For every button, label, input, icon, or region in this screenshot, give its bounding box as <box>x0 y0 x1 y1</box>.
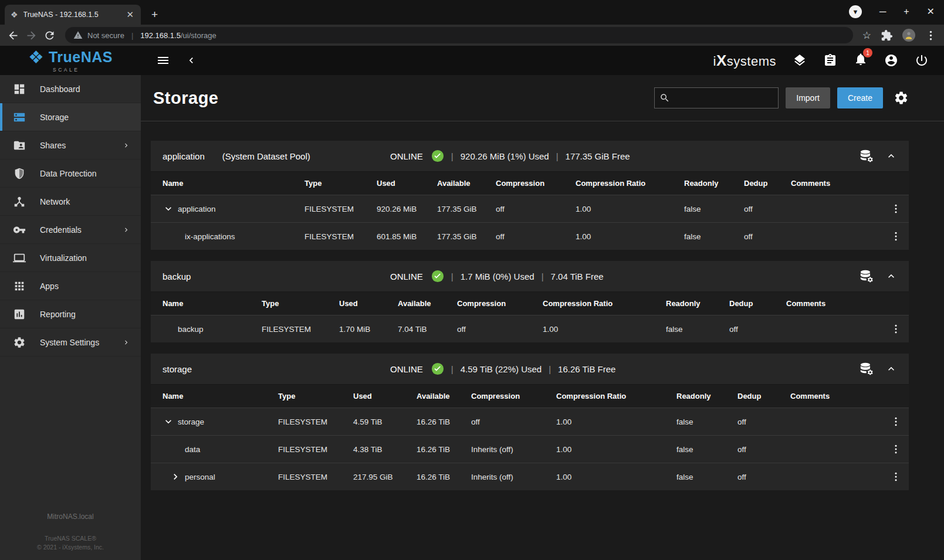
column-header-comments[interactable]: Comments <box>790 392 883 401</box>
sidebar-item-dashboard[interactable]: Dashboard <box>0 75 141 103</box>
cell-used: 920.26 MiB <box>377 205 437 213</box>
expand-chevron-down-icon[interactable] <box>163 203 174 215</box>
collapse-chevron-up-icon[interactable] <box>885 150 897 162</box>
expand-chevron-right-icon[interactable] <box>170 471 181 483</box>
column-header-comments[interactable]: Comments <box>791 179 883 188</box>
truenas-logo[interactable]: ❖ TrueNAS SCALE <box>0 49 141 73</box>
sidebar-footer: MitroNAS.local TrueNAS SCALE® © 2021 - i… <box>0 513 141 560</box>
column-header-available[interactable]: Available <box>437 179 496 188</box>
expand-chevron-down-icon[interactable] <box>163 416 174 427</box>
column-header-used[interactable]: Used <box>339 299 398 308</box>
search-input[interactable] <box>674 93 773 103</box>
row-menu-kebab-icon[interactable] <box>890 230 902 242</box>
browser-profile-avatar[interactable] <box>902 29 915 42</box>
window-maximize-button[interactable]: + <box>904 7 909 16</box>
pool-actions-icon[interactable] <box>858 148 874 164</box>
column-header-compression-ratio[interactable]: Compression Ratio <box>576 179 684 188</box>
collapse-chevron-up-icon[interactable] <box>885 363 897 375</box>
power-icon[interactable] <box>915 53 929 67</box>
browser-tab[interactable]: ❖ TrueNAS - 192.168.1.5 ✕ <box>5 5 141 25</box>
pool-card-application: application (System Dataset Pool) ONLINE… <box>151 141 909 250</box>
column-header-dedup[interactable]: Dedup <box>744 179 791 188</box>
tab-close-icon[interactable]: ✕ <box>124 9 136 20</box>
extensions-puzzle-icon[interactable] <box>881 29 893 42</box>
column-header-compression-ratio[interactable]: Compression Ratio <box>543 299 666 308</box>
column-header-compression-ratio[interactable]: Compression Ratio <box>556 392 676 401</box>
window-close-button[interactable]: ✕ <box>927 7 935 16</box>
column-header-available[interactable]: Available <box>398 299 457 308</box>
column-header-type[interactable]: Type <box>262 299 339 308</box>
browser-menu-kebab-icon[interactable] <box>925 29 937 42</box>
settings-gear-icon[interactable] <box>894 90 909 106</box>
cell-compression-ratio: 1.00 <box>576 205 684 213</box>
reload-icon[interactable] <box>43 29 56 42</box>
search-box[interactable] <box>654 87 779 108</box>
key-icon <box>13 223 26 236</box>
column-header-name[interactable]: Name <box>151 179 304 188</box>
row-menu-kebab-icon[interactable] <box>890 203 902 215</box>
column-header-available[interactable]: Available <box>417 392 471 401</box>
sidebar-item-credentials[interactable]: Credentials <box>0 216 141 244</box>
column-header-used[interactable]: Used <box>377 179 437 188</box>
forward-icon[interactable] <box>25 29 38 42</box>
cell-type: FILESYSTEM <box>262 325 339 334</box>
row-menu-kebab-icon[interactable] <box>890 471 902 483</box>
collapse-chevron-up-icon[interactable] <box>885 270 897 282</box>
window-minimize-button[interactable]: ─ <box>879 7 886 16</box>
column-header-compression[interactable]: Compression <box>496 179 576 188</box>
sidebar-item-shares[interactable]: Shares <box>0 131 141 159</box>
cell-readonly: false <box>666 325 729 334</box>
column-header-type[interactable]: Type <box>304 179 377 188</box>
column-header-dedup[interactable]: Dedup <box>729 299 786 308</box>
back-icon[interactable] <box>7 29 19 42</box>
cell-dedup: off <box>729 325 786 334</box>
sidebar-item-data-protection[interactable]: Data Protection <box>0 159 141 188</box>
jobs-clipboard-icon[interactable] <box>823 53 837 67</box>
new-tab-button[interactable]: + <box>151 9 158 20</box>
cell-compression: off <box>471 418 556 426</box>
column-header-dedup[interactable]: Dedup <box>737 392 790 401</box>
row-menu-kebab-icon[interactable] <box>890 416 902 427</box>
sidebar-item-label: Virtualization <box>40 253 130 263</box>
sidebar-item-apps[interactable]: Apps <box>0 272 141 300</box>
hamburger-menu-icon[interactable] <box>156 53 170 67</box>
sidebar-item-network[interactable]: Network <box>0 188 141 216</box>
sidebar-item-virtualization[interactable]: Virtualization <box>0 244 141 272</box>
sidebar-item-label: Credentials <box>40 225 122 235</box>
navigate-back-chevron-icon[interactable] <box>185 55 197 66</box>
import-button[interactable]: Import <box>786 87 830 108</box>
row-menu-kebab-icon[interactable] <box>890 443 902 455</box>
column-header-readonly[interactable]: Readonly <box>676 392 737 401</box>
row-menu-kebab-icon[interactable] <box>890 323 902 335</box>
gear-icon <box>13 336 26 349</box>
browser-update-icon[interactable]: ▼ <box>849 5 862 18</box>
address-bar[interactable]: Not secure | 192.168.1.5/ui/storage <box>65 27 853 43</box>
dataset-name: application <box>178 205 216 213</box>
bookmark-star-icon[interactable]: ☆ <box>862 29 871 42</box>
sidebar-item-reporting[interactable]: Reporting <box>0 300 141 328</box>
pool-actions-icon[interactable] <box>858 361 874 376</box>
column-header-compression[interactable]: Compression <box>457 299 543 308</box>
column-header-readonly[interactable]: Readonly <box>666 299 729 308</box>
column-header-used[interactable]: Used <box>353 392 417 401</box>
browser-tab-strip: ❖ TrueNAS - 192.168.1.5 ✕ + ▼ ─ + ✕ <box>0 0 944 25</box>
column-header-name[interactable]: Name <box>151 392 278 401</box>
sidebar-item-storage[interactable]: Storage <box>0 103 141 131</box>
column-header-readonly[interactable]: Readonly <box>684 179 744 188</box>
pool-actions-icon[interactable] <box>858 269 874 284</box>
table-row-application: application FILESYSTEM920.26 MiB177.35 G… <box>151 195 909 222</box>
product-label: TrueNAS SCALE® <box>0 535 141 542</box>
cell-compression: off <box>457 325 543 334</box>
account-icon[interactable] <box>884 53 898 67</box>
column-header-name[interactable]: Name <box>151 299 262 308</box>
status-online-check-icon <box>431 150 444 162</box>
column-header-compression[interactable]: Compression <box>471 392 556 401</box>
cell-dedup: off <box>737 473 790 481</box>
apps-icon <box>13 280 26 293</box>
sidebar-item-system-settings[interactable]: System Settings <box>0 328 141 357</box>
column-header-type[interactable]: Type <box>278 392 353 401</box>
create-button[interactable]: Create <box>837 87 883 108</box>
column-header-comments[interactable]: Comments <box>786 299 883 308</box>
truecommand-layers-icon[interactable] <box>793 53 807 67</box>
dataset-name: backup <box>178 325 204 334</box>
